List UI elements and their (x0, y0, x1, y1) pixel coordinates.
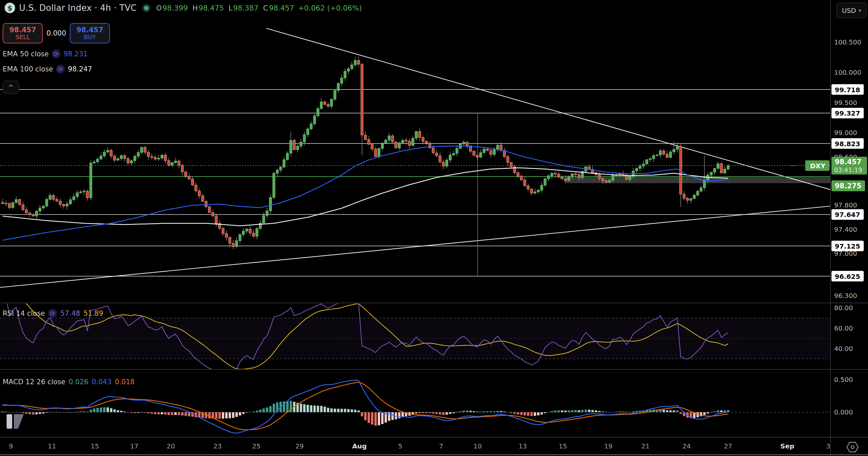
svg-text:3: 3 (826, 442, 831, 450)
svg-text:20: 20 (166, 442, 175, 450)
svg-text:19: 19 (604, 442, 612, 450)
svg-text:0.000: 0.000 (834, 408, 853, 416)
svg-text:98.275: 98.275 (835, 182, 861, 190)
svg-text:96.625: 96.625 (835, 273, 860, 280)
svg-text:99.327: 99.327 (835, 109, 860, 117)
svg-text:100.000: 100.000 (834, 68, 861, 77)
spread-value: 0.000 (43, 29, 70, 37)
svg-text:0.500: 0.500 (834, 376, 853, 384)
macd-label: MACD 12 26 close (3, 378, 65, 386)
symbol-logo-icon[interactable]: $ (5, 3, 15, 13)
svg-text:29: 29 (295, 442, 304, 450)
open-value: 98.399 (163, 4, 188, 12)
close-value: 98.457 (269, 4, 294, 12)
high-value: 98.475 (198, 4, 224, 12)
chevron-down-icon: ▾ (859, 7, 861, 13)
chevron-up-icon: ^ (8, 83, 14, 91)
currency-label: USD (842, 7, 856, 14)
svg-text:23: 23 (213, 442, 221, 450)
svg-text:99.500: 99.500 (834, 99, 857, 107)
ema100-value: 98.247 (68, 65, 92, 73)
sell-label: SELL (16, 34, 30, 41)
svg-text:Sep: Sep (780, 442, 794, 450)
svg-text:100.500: 100.500 (834, 38, 861, 46)
svg-text:15: 15 (91, 442, 99, 450)
rsi-label: RSI 14 close (3, 309, 45, 317)
sync-icon[interactable]: ⟳ (48, 309, 57, 318)
ema50-value: 98.231 (64, 50, 88, 58)
svg-text:60.00: 60.00 (834, 324, 853, 332)
low-value: 98.387 (233, 4, 258, 12)
chart-svg[interactable]: 100.500100.00099.50099.00098.60097.80097… (0, 0, 868, 456)
close-label: C (263, 4, 268, 12)
rsi-value: 57.48 (60, 309, 80, 317)
svg-text:97.125: 97.125 (835, 242, 860, 250)
svg-text:24: 24 (682, 442, 690, 450)
high-label: H (192, 4, 198, 12)
rsi-ma-value: 51.89 (83, 309, 103, 317)
svg-text:25: 25 (252, 442, 260, 450)
svg-text:Aug: Aug (352, 442, 367, 450)
svg-text:96.300: 96.300 (834, 292, 857, 300)
svg-text:5: 5 (398, 442, 403, 450)
change-value: +0.062 (+0.06%) (298, 4, 362, 12)
sell-button[interactable]: 98.457 SELL (3, 23, 43, 43)
svg-text:13: 13 (519, 442, 527, 450)
buy-label: BUY (84, 34, 96, 41)
svg-text:11: 11 (48, 442, 56, 450)
symbol-title[interactable]: U.S. Dollar Index · 4h · TVC (19, 3, 136, 13)
currency-selector[interactable]: USD ▾ (836, 3, 867, 18)
macd-line-value: 0.043 (92, 378, 112, 386)
svg-text:17: 17 (130, 442, 138, 450)
symbol-header: $ U.S. Dollar Index · 4h · TVC O98.399 H… (5, 3, 362, 13)
sell-price: 98.457 (9, 26, 36, 34)
svg-text:97.400: 97.400 (834, 225, 857, 234)
chart-window: 100.500100.00099.50099.00098.60097.80097… (0, 0, 868, 456)
trade-panel: 98.457 SELL 0.000 98.457 BUY (3, 23, 110, 43)
ema50-legend[interactable]: EMA 50 close ⟳ 98.231 (3, 50, 88, 58)
svg-text:97.800: 97.800 (834, 201, 857, 209)
svg-text:DXY: DXY (810, 162, 826, 170)
svg-text:03:41:19: 03:41:19 (834, 166, 862, 174)
market-status-icon[interactable] (144, 6, 149, 10)
svg-text:9: 9 (9, 442, 13, 450)
ema50-label: EMA 50 close (3, 50, 49, 58)
collapse-legend-button[interactable]: ^ (3, 81, 19, 94)
sync-icon[interactable]: ⟳ (56, 64, 65, 73)
low-label: L (228, 4, 232, 12)
svg-text:27: 27 (724, 442, 732, 450)
rsi-legend[interactable]: RSI 14 close ⟳ 57.48 51.89 (3, 309, 103, 318)
sync-icon[interactable]: ⟳ (52, 50, 61, 58)
ohlc-values: O98.399 H98.475 L98.387 C98.457 (156, 4, 294, 12)
svg-text:15: 15 (559, 442, 567, 450)
ema100-label: EMA 100 close (3, 65, 53, 73)
ema100-legend[interactable]: EMA 100 close ⟳ 98.247 (3, 64, 92, 73)
svg-text:99.000: 99.000 (834, 129, 857, 136)
svg-text:98.823: 98.823 (835, 140, 860, 148)
svg-text:98.457: 98.457 (835, 158, 861, 166)
macd-legend[interactable]: MACD 12 26 close 0.026 0.043 0.018 (3, 378, 135, 386)
svg-text:97.647: 97.647 (835, 211, 860, 219)
svg-text:80.00: 80.00 (834, 304, 853, 312)
buy-price: 98.457 (76, 26, 103, 34)
svg-text:7: 7 (439, 442, 443, 450)
svg-text:40.00: 40.00 (834, 345, 853, 353)
svg-text:10: 10 (473, 442, 482, 450)
svg-text:21: 21 (641, 442, 649, 450)
svg-text:99.718: 99.718 (835, 86, 860, 94)
buy-button[interactable]: 98.457 BUY (70, 23, 110, 43)
macd-signal-value: 0.018 (115, 378, 135, 386)
macd-hist-value: 0.026 (69, 378, 89, 386)
open-label: O (156, 4, 162, 12)
